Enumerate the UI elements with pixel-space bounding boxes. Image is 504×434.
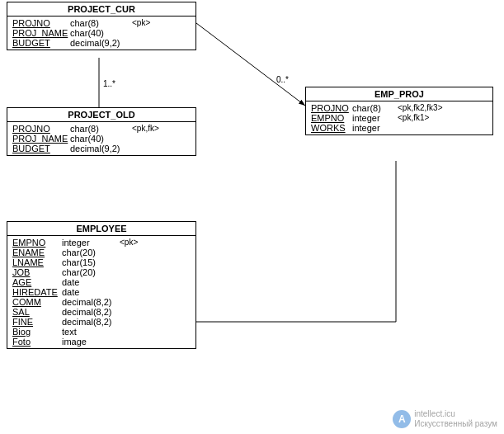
diagram-container: 0..* 1..* PROJECT_CUR PROJNO char(8) <pk… — [0, 0, 504, 434]
project-cur-table: PROJECT_CUR PROJNO char(8) <pk> PROJ_NAM… — [7, 2, 196, 50]
table-row: Biog text — [11, 327, 192, 337]
table-row: COMM decimal(8,2) — [11, 297, 192, 307]
employee-table: EMPLOYEE EMPNO integer <pk> ENAME char(2… — [7, 221, 196, 349]
table-row: LNAME char(15) — [11, 257, 192, 267]
project-cur-body: PROJNO char(8) <pk> PROJ_NAME char(40) B… — [7, 17, 195, 50]
table-row: ENAME char(20) — [11, 248, 192, 257]
emp-proj-header: EMP_PROJ — [306, 87, 492, 101]
label-one-to-many: 1..* — [103, 79, 115, 88]
project-old-table: PROJECT_OLD PROJNO char(8) <pk,fk> PROJ_… — [7, 107, 196, 156]
table-row: PROJNO char(8) <pk> — [11, 18, 192, 28]
watermark-text: intellect.icu Искусственный разум — [414, 409, 497, 429]
table-row: SAL decimal(8,2) — [11, 307, 192, 317]
emp-proj-table: EMP_PROJ PROJNO char(8) <pk,fk2,fk3> EMP… — [305, 87, 493, 135]
table-row: WORKS integer — [309, 123, 489, 133]
employee-header: EMPLOYEE — [7, 222, 195, 236]
table-row: BUDGET decimal(9,2) — [11, 38, 192, 48]
project-old-header: PROJECT_OLD — [7, 108, 195, 122]
project-cur-header: PROJECT_CUR — [7, 2, 195, 17]
emp-proj-body: PROJNO char(8) <pk,fk2,fk3> EMPNO intege… — [306, 101, 492, 134]
table-row: FINE decimal(8,2) — [11, 317, 192, 327]
table-row: EMPNO integer <pk,fk1> — [309, 113, 489, 123]
table-row: PROJ_NAME char(40) — [11, 134, 192, 144]
watermark-icon: A — [393, 410, 411, 428]
employee-body: EMPNO integer <pk> ENAME char(20) LNAME … — [7, 236, 195, 348]
table-row: PROJNO char(8) <pk,fk> — [11, 124, 192, 134]
watermark: A intellect.icu Искусственный разум — [393, 409, 497, 429]
table-row: Foto image — [11, 337, 192, 347]
table-row: JOB char(20) — [11, 267, 192, 277]
table-row: AGE date — [11, 277, 192, 287]
svg-line-0 — [196, 23, 305, 106]
table-row: PROJNO char(8) <pk,fk2,fk3> — [309, 103, 489, 113]
project-old-body: PROJNO char(8) <pk,fk> PROJ_NAME char(40… — [7, 122, 195, 155]
table-row: PROJ_NAME char(40) — [11, 28, 192, 38]
table-row: HIREDATE date — [11, 287, 192, 297]
table-row: BUDGET decimal(9,2) — [11, 144, 192, 153]
table-row: EMPNO integer <pk> — [11, 238, 192, 248]
connector-svg: 0..* 1..* — [0, 0, 504, 434]
label-zero-to-many: 0..* — [276, 75, 289, 84]
